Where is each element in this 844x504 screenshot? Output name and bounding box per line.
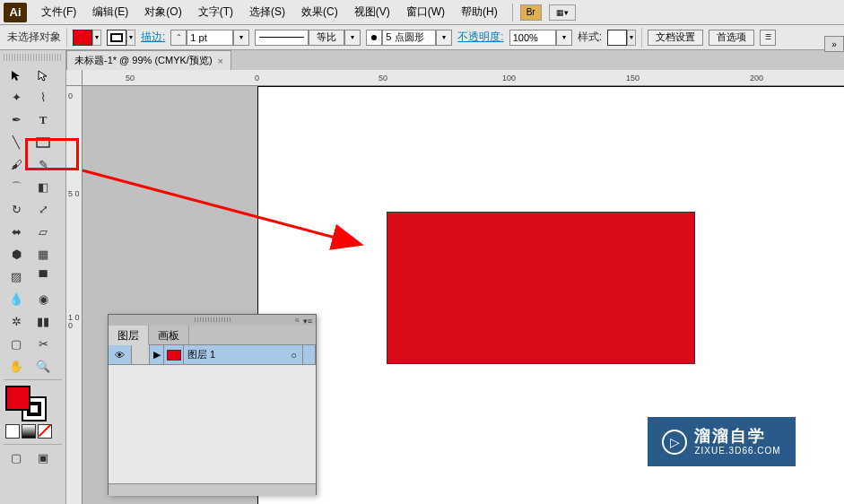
fill-stroke-indicator[interactable]	[5, 386, 47, 421]
divider	[4, 444, 62, 445]
opacity-input[interactable]	[509, 30, 556, 46]
layer-thumbnail	[164, 345, 184, 364]
artboard-tool[interactable]: ▢	[4, 334, 29, 354]
menu-effect[interactable]: 效果(C)	[294, 1, 345, 23]
profile-preview[interactable]	[255, 30, 309, 46]
brush-preset[interactable]	[382, 30, 436, 46]
magic-wand-tool[interactable]: ✦	[4, 87, 29, 108]
fill-dropdown[interactable]: ▾	[92, 30, 101, 46]
menu-type[interactable]: 文字(T)	[191, 1, 240, 23]
shape-builder-tool[interactable]: ⬢	[4, 244, 29, 265]
line-tool[interactable]: ╲	[4, 132, 29, 152]
stroke-label[interactable]: 描边:	[141, 30, 165, 45]
menu-file[interactable]: 文件(F)	[34, 1, 83, 23]
layer-name[interactable]: 图层 1	[184, 348, 285, 361]
document-tab[interactable]: 未标题-1* @ 99% (CMYK/预览) ×	[66, 50, 231, 70]
menu-view[interactable]: 视图(V)	[347, 1, 397, 23]
brush-dd[interactable]: ▾	[436, 30, 452, 46]
panel-footer	[109, 483, 316, 496]
drawn-rectangle[interactable]	[387, 212, 695, 364]
ruler-tick: 0	[68, 91, 73, 100]
ruler-tick: 100	[502, 74, 516, 83]
stroke-weight-input[interactable]	[187, 30, 233, 46]
toolbox-grip[interactable]	[4, 54, 62, 61]
menu-window[interactable]: 窗口(W)	[399, 1, 452, 23]
stroke-swatch[interactable]	[107, 30, 126, 46]
gradient-tool[interactable]: ▀	[30, 266, 56, 287]
tab-layers[interactable]: 图层	[109, 326, 149, 345]
hand-tool[interactable]: ✋	[4, 356, 29, 377]
paintbrush-tool[interactable]: 🖌	[4, 154, 29, 175]
screen-mode-normal[interactable]: ▢	[4, 448, 29, 468]
control-more[interactable]: ☰	[760, 30, 776, 46]
prefs-button[interactable]: 首选项	[709, 30, 754, 46]
visibility-toggle[interactable]: 👁	[109, 345, 132, 364]
profile-dd[interactable]: ▾	[344, 30, 361, 46]
menu-object[interactable]: 对象(O)	[137, 1, 188, 23]
control-bar: 未选择对象 ▾ ▾ 描边: ⌃ ▾ 等比 ▾ ▾ 不透明度: ▾ 样式: ▾ 文…	[0, 25, 844, 50]
pencil-tool[interactable]: ✎	[30, 154, 56, 175]
watermark-title: 溜溜自学	[694, 427, 780, 447]
fill-color-box[interactable]	[5, 386, 30, 411]
layout-dropdown[interactable]: ▦▾	[549, 4, 576, 21]
screen-mode-full[interactable]: ▣	[30, 448, 56, 468]
tab-artboards[interactable]: 画板	[149, 326, 189, 344]
opacity-dd[interactable]: ▾	[556, 30, 572, 46]
color-mode-gradient[interactable]	[22, 424, 36, 439]
lock-toggle[interactable]	[132, 345, 150, 364]
menu-edit[interactable]: 编辑(E)	[85, 1, 135, 23]
lasso-tool[interactable]: ⌇	[30, 87, 56, 108]
doc-setup-button[interactable]: 文档设置	[648, 30, 703, 46]
mesh-tool[interactable]: ▨	[4, 266, 29, 287]
graph-tool[interactable]: ▮▮	[30, 311, 56, 332]
ruler-vertical[interactable]: 0 5 0 1 0 0	[66, 86, 83, 504]
pen-tool[interactable]: ✒	[4, 109, 29, 130]
menu-help[interactable]: 帮助(H)	[454, 1, 505, 23]
watermark: ▷ 溜溜自学 ZIXUE.3D66.COM	[648, 417, 796, 466]
bridge-button[interactable]: Br	[520, 4, 542, 21]
zoom-tool[interactable]: 🔍	[30, 356, 56, 377]
profile-uniform[interactable]: 等比	[309, 30, 344, 46]
control-overflow[interactable]: »	[824, 36, 844, 52]
direct-selection-tool[interactable]	[30, 65, 56, 85]
opacity-label[interactable]: 不透明度:	[457, 30, 503, 45]
app-logo: Ai	[4, 3, 27, 22]
rotate-tool[interactable]: ↻	[4, 199, 29, 220]
ruler-origin[interactable]	[66, 70, 83, 86]
tab-close-icon[interactable]: ×	[218, 56, 223, 66]
slice-tool[interactable]: ✂	[30, 334, 56, 354]
layer-row[interactable]: 👁 ▶ 图层 1 ○	[109, 345, 316, 365]
eyedropper-tool[interactable]: 💧	[4, 289, 29, 309]
color-mode-none[interactable]	[38, 424, 52, 439]
tab-strip: 未标题-1* @ 99% (CMYK/预览) ×	[66, 50, 844, 70]
expand-toggle[interactable]: ▶	[150, 345, 164, 364]
perspective-tool[interactable]: ▦	[30, 244, 56, 265]
style-swatch[interactable]	[607, 30, 627, 46]
type-tool[interactable]: T	[30, 109, 56, 130]
ruler-horizontal[interactable]: 50 0 50 100 150 200	[83, 70, 844, 86]
eraser-tool[interactable]: ◧	[30, 177, 56, 197]
play-icon: ▷	[662, 430, 687, 455]
stroke-weight-down[interactable]: ⌃	[170, 30, 187, 46]
scale-tool[interactable]: ⤢	[30, 199, 56, 220]
stroke-dropdown[interactable]: ▾	[126, 30, 135, 46]
selection-indicator[interactable]	[303, 345, 316, 364]
free-transform-tool[interactable]: ▱	[30, 222, 56, 242]
symbol-sprayer-tool[interactable]: ✲	[4, 311, 29, 332]
width-tool[interactable]: ⬌	[4, 222, 29, 242]
target-icon[interactable]: ○	[285, 345, 303, 364]
color-mode-solid[interactable]	[5, 424, 20, 439]
stroke-weight-dd[interactable]: ▾	[233, 30, 249, 46]
selection-tool[interactable]	[4, 65, 29, 85]
panel-header[interactable]: « ▾≡	[109, 315, 316, 326]
blob-brush-tool[interactable]: ⌒	[4, 177, 29, 197]
rectangle-tool[interactable]	[30, 132, 56, 152]
fill-swatch[interactable]	[73, 30, 92, 46]
layers-panel[interactable]: « ▾≡ 图层 画板 👁 ▶ 图层 1 ○	[108, 314, 317, 495]
style-dd[interactable]: ▾	[627, 30, 636, 46]
blend-tool[interactable]: ◉	[30, 289, 56, 309]
panel-collapse-icon[interactable]: «	[294, 315, 300, 325]
menu-select[interactable]: 选择(S)	[242, 1, 292, 23]
brush-preview[interactable]	[366, 30, 382, 46]
panel-menu-icon[interactable]: ▾≡	[303, 317, 312, 326]
